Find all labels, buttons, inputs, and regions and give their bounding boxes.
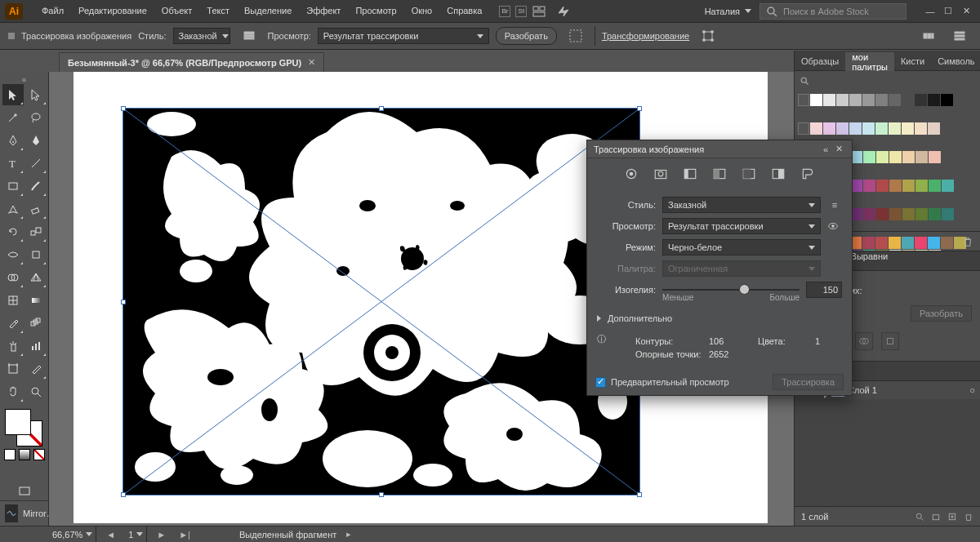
direct-selection-tool[interactable] — [25, 84, 47, 105]
color-mode-gradient[interactable] — [19, 449, 30, 460]
zoom-tool[interactable] — [25, 381, 47, 402]
magic-wand-tool[interactable] — [2, 107, 24, 128]
pf-crop[interactable] — [881, 332, 899, 350]
menu-select[interactable]: Выделение — [237, 0, 299, 22]
expand-button[interactable]: Разобрать — [496, 27, 557, 45]
artboard-tool[interactable] — [2, 358, 24, 380]
last-artboard[interactable]: ►| — [176, 530, 194, 540]
scale-tool[interactable] — [25, 221, 47, 242]
close-icon[interactable]: ✕ — [308, 57, 315, 68]
collapse-icon[interactable]: « — [819, 144, 832, 154]
eye-icon[interactable] — [827, 220, 842, 232]
tab-my-palettes[interactable]: мои палитры — [845, 51, 894, 71]
bridge-icon[interactable]: Br — [499, 6, 510, 17]
slider-thumb[interactable] — [739, 284, 750, 295]
rotate-tool[interactable] — [2, 221, 24, 242]
transform-link[interactable]: Трансформирование — [602, 31, 689, 41]
arrange-icon[interactable] — [530, 2, 548, 20]
preset-auto-icon[interactable] — [622, 165, 640, 183]
shape-builder-tool[interactable] — [2, 267, 24, 288]
new-layer-icon[interactable] — [947, 512, 957, 522]
preset-photo-icon[interactable] — [652, 165, 670, 183]
align-icon[interactable] — [920, 27, 938, 45]
fill-swatch[interactable] — [5, 409, 31, 435]
panel-menu-icon[interactable] — [951, 27, 969, 45]
menu-file[interactable]: Файл — [34, 0, 71, 22]
expand-advanced-icon[interactable] — [597, 315, 601, 322]
draw-inside[interactable] — [33, 465, 45, 477]
preset-gray-icon[interactable] — [740, 165, 758, 183]
status-info-menu[interactable]: ▸ — [343, 529, 354, 540]
stock-icon[interactable]: St — [515, 6, 527, 17]
advanced-label[interactable]: Дополнительно — [608, 313, 672, 323]
type-tool[interactable]: T — [2, 153, 24, 174]
trace-panel-toggle-icon[interactable] — [240, 27, 258, 45]
tab-swatches[interactable]: Образцы — [795, 51, 845, 71]
preset-6color-icon[interactable] — [710, 165, 728, 183]
free-transform-icon[interactable] — [699, 27, 717, 45]
graph-tool[interactable] — [25, 335, 47, 357]
tab-align[interactable]: Выравни — [851, 251, 889, 270]
traced-image[interactable] — [122, 108, 640, 495]
mirror-plugin[interactable]: Mirror… — [0, 500, 48, 526]
toolbox-collapse[interactable]: « — [0, 75, 48, 82]
window-minimize[interactable]: — — [924, 6, 936, 17]
paintbrush-tool[interactable] — [25, 175, 47, 197]
rectangle-tool[interactable] — [2, 175, 24, 197]
prev-artboard[interactable]: ◄ — [103, 530, 118, 540]
pen-tool[interactable] — [2, 130, 24, 151]
locate-layer-icon[interactable] — [915, 512, 924, 522]
trace-title-bar[interactable]: Трассировка изображения « ✕ — [587, 140, 852, 158]
draw-behind[interactable] — [19, 465, 30, 477]
artboard-dropdown[interactable]: 1 — [125, 526, 147, 542]
shaper-tool[interactable] — [2, 198, 24, 220]
preview-label[interactable]: Предварительный просмотр — [611, 377, 729, 387]
menu-edit[interactable]: Редактирование — [71, 0, 154, 22]
perspective-tool[interactable] — [25, 267, 47, 288]
stock-search[interactable]: Поиск в Adobe Stock — [760, 3, 906, 20]
delete-layer-icon[interactable] — [964, 512, 973, 522]
blend-tool[interactable] — [25, 313, 47, 334]
folder-icon[interactable] — [798, 94, 809, 106]
window-maximize[interactable]: ☐ — [942, 6, 954, 17]
mask-icon[interactable] — [567, 27, 585, 45]
symbol-sprayer-tool[interactable] — [2, 335, 24, 357]
fill-stroke-swatch[interactable] — [5, 409, 44, 442]
gradient-tool[interactable] — [25, 290, 47, 311]
new-sublayer-icon[interactable] — [931, 512, 941, 522]
line-tool[interactable] — [25, 153, 47, 174]
menu-type[interactable]: Текст — [199, 0, 237, 22]
next-artboard[interactable]: ► — [154, 530, 169, 540]
mesh-tool[interactable] — [2, 290, 24, 311]
threshold-value[interactable]: 150 — [806, 282, 842, 298]
trace-view-dropdown[interactable]: Результат трассировки — [662, 218, 821, 234]
free-transform-tool[interactable] — [25, 244, 47, 265]
draw-normal[interactable] — [4, 465, 16, 477]
palette-search[interactable] — [795, 71, 980, 91]
cb-style-dropdown[interactable]: Заказной — [173, 28, 230, 44]
screen-mode[interactable] — [14, 482, 35, 500]
lasso-tool[interactable] — [25, 107, 47, 128]
close-icon[interactable]: ✕ — [832, 144, 845, 154]
width-tool[interactable] — [2, 244, 24, 265]
eraser-tool[interactable] — [25, 198, 47, 220]
pf-merge[interactable] — [855, 332, 873, 350]
preview-checkbox[interactable] — [595, 377, 606, 388]
cb-view-dropdown[interactable]: Результат трассировки — [318, 28, 489, 44]
tab-brushes[interactable]: Кисти — [894, 51, 931, 71]
preset-outline-icon[interactable] — [799, 165, 817, 183]
menu-effect[interactable]: Эффект — [299, 0, 348, 22]
gpu-icon[interactable] — [555, 2, 572, 20]
document-tab[interactable]: Безымянный-3* @ 66,67% (RGB/Предпросмотр… — [59, 52, 324, 72]
delete-swatch-icon[interactable] — [962, 236, 973, 247]
zoom-dropdown[interactable]: 66,67% — [49, 526, 96, 542]
user-menu[interactable]: Наталия — [697, 7, 760, 16]
menu-help[interactable]: Справка — [439, 0, 489, 22]
eyedropper-tool[interactable] — [2, 313, 24, 334]
menu-window[interactable]: Окно — [404, 0, 440, 22]
preset-3color-icon[interactable] — [681, 165, 699, 183]
trace-style-dropdown[interactable]: Заказной — [662, 197, 821, 213]
trace-mode-dropdown[interactable]: Черно-белое — [662, 239, 821, 255]
menu-view[interactable]: Просмотр — [348, 0, 403, 22]
color-mode-none[interactable] — [33, 449, 45, 460]
